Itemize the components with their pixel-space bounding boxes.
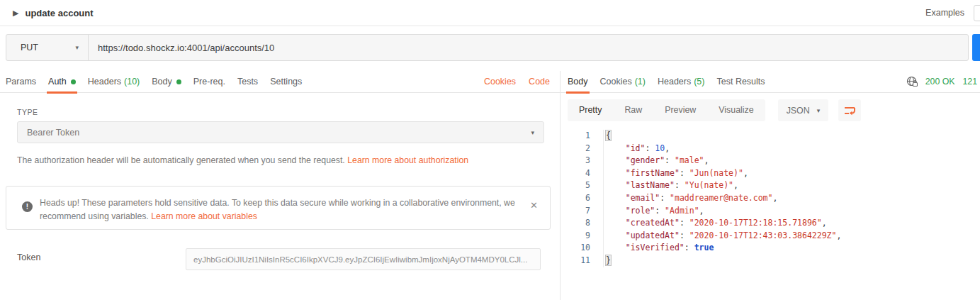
examples-button[interactable]: Examples (925, 8, 964, 18)
url-value: https://todo.shockz.io:4001/api/accounts… (98, 43, 274, 53)
sensitive-data-warning: ! Heads up! These parameters hold sensit… (6, 186, 551, 230)
response-tabs: Body Cookies(1) Headers(5) Test Results … (561, 71, 980, 93)
line-number: 10 (561, 242, 603, 255)
auth-type-select[interactable]: Bearer Token ▾ (17, 121, 544, 143)
wrap-lines-icon (844, 106, 856, 116)
code-text: "lastName": "Yu(nate)", (603, 179, 738, 192)
wrap-lines-button[interactable] (838, 99, 861, 121)
code-line: 4 "firstName": "Jun(nate)", (561, 167, 957, 180)
code-line: 10 "isVerified": true (561, 242, 957, 255)
tab-response-body[interactable]: Body (568, 71, 588, 93)
tab-test-results[interactable]: Test Results (716, 71, 765, 93)
status-code[interactable]: 200 OK (925, 77, 955, 87)
headers-count: (10) (124, 77, 140, 87)
code-line: 6 "email": "maddreamer@nate.com", (561, 192, 957, 205)
format-value: JSON (787, 106, 810, 116)
line-number: 2 (561, 143, 603, 155)
cookies-count: (1) (635, 77, 646, 87)
mode-visualize[interactable]: Visualize (707, 99, 765, 121)
line-number: 7 (561, 205, 603, 218)
request-title: update account (25, 8, 93, 18)
mode-pretty[interactable]: Pretty (568, 99, 613, 121)
chevron-down-icon: ▾ (531, 129, 534, 136)
collapse-caret-icon[interactable]: ▶ (13, 9, 18, 18)
code-text: { (603, 130, 611, 143)
send-button[interactable] (972, 34, 980, 61)
warning-text: Heads up! These parameters hold sensitiv… (40, 196, 519, 223)
code-text: "role": "Admin", (603, 205, 704, 218)
auth-type-label: TYPE (17, 108, 38, 116)
code-line: 5 "lastName": "Yu(nate)", (561, 179, 957, 192)
request-url-bar: PUT ▾ https://todo.shockz.io:4001/api/ac… (6, 34, 969, 61)
method-dropdown[interactable]: PUT ▾ (6, 35, 88, 60)
mode-raw[interactable]: Raw (613, 99, 653, 121)
warning-icon: ! (22, 201, 33, 212)
line-number: 3 (561, 155, 603, 167)
token-value: eyJhbGciOiJIUzI1NiIsInR5cCI6IkpXVCJ9.eyJ… (193, 255, 527, 264)
request-header-bar: ▶ update account Examples (0, 0, 980, 26)
tab-response-cookies[interactable]: Cookies(1) (600, 71, 646, 93)
tab-auth[interactable]: Auth (48, 71, 76, 93)
code-text: "isVerified": true (603, 242, 714, 255)
token-input[interactable]: eyJhbGciOiJIUzI1NiIsInR5cCI6IkpXVCJ9.eyJ… (186, 248, 541, 270)
tab-settings[interactable]: Settings (270, 71, 302, 93)
response-code[interactable]: 1{2 "id": 10,3 "gender": "male",4 "first… (561, 130, 957, 267)
response-time[interactable]: 121 (962, 77, 977, 87)
body-active-dot (176, 79, 181, 84)
code-text: } (603, 255, 611, 267)
auth-type-value: Bearer Token (27, 128, 79, 138)
tab-tests[interactable]: Tests (237, 71, 258, 93)
code-line: 11} (561, 255, 957, 267)
code-text: "gender": "male", (603, 155, 709, 167)
code-text: "createdAt": "2020-10-17T12:18:15.71896"… (603, 217, 827, 230)
line-number: 11 (561, 255, 603, 267)
postman-request-view: ▶ update account Examples PUT ▾ https://… (0, 0, 980, 300)
tab-headers[interactable]: Headers(10) (88, 71, 140, 93)
code-text: "firstName": "Jun(nate)", (603, 167, 748, 180)
response-status: 200 OK 121 (906, 76, 977, 87)
line-number: 1 (561, 130, 603, 143)
code-line: 9 "updatedAt": "2020-10-17T12:43:03.3864… (561, 230, 957, 243)
chevron-down-icon: ▾ (75, 44, 79, 51)
view-mode-switch: Pretty Raw Preview Visualize (568, 99, 765, 121)
code-text: "updatedAt": "2020-10-17T12:43:03.386422… (603, 230, 841, 243)
line-number: 6 (561, 192, 603, 205)
line-number: 9 (561, 230, 603, 243)
tab-prerequest[interactable]: Pre-req. (193, 71, 225, 93)
auth-description: The authorization header will be automat… (17, 155, 468, 165)
code-line: 2 "id": 10, (561, 143, 957, 155)
cookies-link[interactable]: Cookies (484, 77, 516, 87)
method-value: PUT (21, 43, 38, 52)
response-headers-count: (5) (694, 77, 704, 87)
examples-dropdown-button[interactable] (974, 5, 980, 21)
request-tabs: Params Auth Headers(10) Body Pre-req. Te… (0, 71, 560, 93)
chevron-down-icon: ▾ (817, 107, 821, 114)
line-number: 8 (561, 217, 603, 230)
code-text: "email": "maddreamer@nate.com", (603, 192, 777, 205)
network-globe-lock-icon[interactable] (906, 76, 918, 87)
tab-body[interactable]: Body (152, 71, 181, 93)
learn-variables-link[interactable]: Learn more about variables (151, 211, 257, 221)
learn-authorization-link[interactable]: Learn more about authorization (347, 155, 468, 165)
response-panel: Body Cookies(1) Headers(5) Test Results … (560, 71, 980, 300)
line-number: 4 (561, 167, 603, 180)
token-label: Token (17, 252, 40, 262)
code-line: 8 "createdAt": "2020-10-17T12:18:15.7189… (561, 217, 957, 230)
close-icon[interactable]: ✕ (530, 200, 538, 211)
mode-preview[interactable]: Preview (653, 99, 707, 121)
code-line: 3 "gender": "male", (561, 155, 957, 167)
code-text: "id": 10, (603, 143, 670, 155)
code-line: 1{ (561, 130, 957, 143)
response-toolbar: Pretty Raw Preview Visualize JSON ▾ (568, 99, 861, 121)
code-line: 7 "role": "Admin", (561, 205, 957, 218)
request-config-panel: Params Auth Headers(10) Body Pre-req. Te… (0, 71, 560, 300)
tab-response-headers[interactable]: Headers(5) (658, 71, 705, 93)
format-dropdown[interactable]: JSON ▾ (778, 99, 829, 121)
line-number: 5 (561, 179, 603, 192)
code-link[interactable]: Code (529, 77, 550, 87)
url-input[interactable]: https://todo.shockz.io:4001/api/accounts… (89, 35, 968, 60)
tab-params[interactable]: Params (6, 71, 36, 93)
auth-active-dot (71, 79, 76, 84)
